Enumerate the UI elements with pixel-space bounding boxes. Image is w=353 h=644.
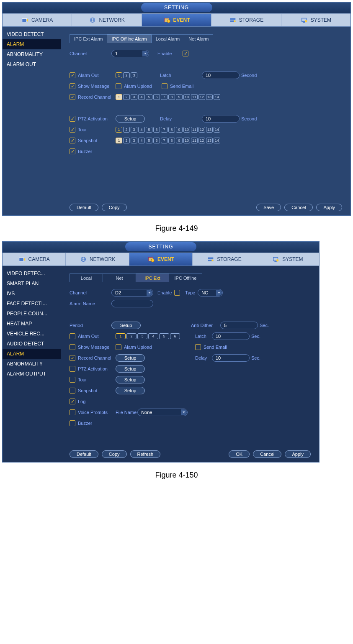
buzzer-checkbox[interactable] (70, 420, 75, 426)
channel-7[interactable]: 7 (161, 138, 167, 143)
sidebar-item-people-count[interactable]: PEOPLE COUN... (3, 309, 61, 319)
sidebar-item-alarm-output[interactable]: ALARM OUTPUT (3, 369, 61, 379)
tab-camera[interactable]: CAMERA (3, 253, 66, 266)
subtab-local[interactable]: Local (70, 273, 103, 282)
alarm-out-ch-1[interactable]: 1 (116, 333, 126, 339)
alarm-out-ch-2[interactable]: 2 (123, 72, 130, 78)
channel-14[interactable]: 14 (214, 94, 220, 100)
channel-8[interactable]: 8 (168, 138, 175, 143)
tab-network[interactable]: NETWORK (72, 14, 142, 26)
channel-2[interactable]: 2 (123, 94, 130, 100)
sidebar-item-face-detect[interactable]: FACE DETECTI... (3, 299, 61, 309)
channel-11[interactable]: 11 (191, 127, 198, 133)
alarm-out-ch-2[interactable]: 2 (126, 333, 137, 339)
sidebar-item-audio-detect[interactable]: AUDIO DETECT (3, 339, 61, 349)
channel-dropdown[interactable]: D2 (111, 289, 153, 296)
channel-8[interactable]: 8 (168, 94, 175, 100)
tab-camera[interactable]: CAMERA (3, 14, 72, 26)
channel-2[interactable]: 2 (123, 138, 130, 143)
sidebar-item-heat-map[interactable]: HEAT MAP (3, 319, 61, 329)
sidebar-item-alarm-out[interactable]: ALARM OUT (3, 59, 61, 69)
tour-checkbox[interactable] (70, 377, 75, 383)
subtab-ipc-ext-alarm[interactable]: IPC Ext Alarm (70, 34, 107, 43)
default-button[interactable]: Default (70, 204, 98, 211)
delay-field[interactable]: 10 (202, 115, 240, 123)
channel-dropdown[interactable]: 1 (111, 50, 149, 57)
channel-10[interactable]: 10 (183, 127, 190, 133)
tab-event[interactable]: EVENT (129, 253, 193, 266)
channel-7[interactable]: 7 (161, 94, 167, 100)
sidebar-item-video-detect[interactable]: VIDEO DETEC... (3, 268, 61, 279)
record-channel-checkbox[interactable] (70, 355, 75, 361)
tab-system[interactable]: SYSTEM (256, 253, 319, 266)
alarm-out-ch-4[interactable]: 4 (148, 333, 158, 339)
channel-7[interactable]: 7 (161, 127, 167, 133)
channel-5[interactable]: 5 (146, 138, 152, 143)
sidebar-item-abnormality[interactable]: ABNORMALITY (3, 359, 61, 369)
file-name-dropdown[interactable]: None (137, 409, 188, 416)
type-dropdown[interactable]: NC (198, 289, 223, 296)
cancel-button[interactable]: Cancel (284, 204, 313, 211)
channel-13[interactable]: 13 (206, 127, 213, 133)
channel-3[interactable]: 3 (131, 138, 137, 143)
snapshot-setup-button[interactable]: Setup (116, 387, 145, 394)
tab-storage[interactable]: STORAGE (193, 253, 256, 266)
ptz-checkbox[interactable] (70, 366, 75, 372)
channel-10[interactable]: 10 (183, 94, 190, 100)
ptz-setup-button[interactable]: Setup (116, 115, 145, 123)
snapshot-checkbox[interactable] (70, 138, 75, 143)
channel-9[interactable]: 9 (176, 94, 183, 100)
channel-5[interactable]: 5 (146, 94, 152, 100)
apply-button[interactable]: Apply (316, 204, 342, 211)
channel-6[interactable]: 6 (153, 138, 160, 143)
channel-11[interactable]: 11 (191, 94, 198, 100)
anti-dither-field[interactable]: 5 (220, 322, 258, 329)
subtab-net[interactable]: Net (103, 273, 136, 282)
channel-9[interactable]: 9 (176, 127, 183, 133)
subtab-ipc-offline[interactable]: IPC Offline (169, 273, 202, 282)
delay-field[interactable]: 10 (212, 354, 250, 362)
log-checkbox[interactable] (70, 399, 75, 404)
alarm-out-ch-6[interactable]: 6 (170, 333, 180, 339)
channel-3[interactable]: 3 (131, 127, 137, 133)
alarm-out-checkbox[interactable] (70, 333, 75, 339)
save-button[interactable]: Save (256, 204, 281, 211)
record-setup-button[interactable]: Setup (116, 354, 145, 362)
channel-12[interactable]: 12 (198, 94, 205, 100)
channel-1[interactable]: 1 (116, 94, 122, 100)
tour-setup-button[interactable]: Setup (116, 376, 145, 383)
channel-6[interactable]: 6 (153, 127, 160, 133)
enable-checkbox[interactable] (183, 51, 188, 56)
ptz-checkbox[interactable] (70, 116, 75, 122)
sidebar-item-alarm[interactable]: ALARM (3, 349, 61, 359)
record-channel-checkbox[interactable] (70, 94, 75, 100)
alarm-out-checkbox[interactable] (70, 72, 75, 78)
channel-9[interactable]: 9 (176, 138, 183, 143)
tab-storage[interactable]: STORAGE (211, 14, 281, 26)
sidebar-item-vehicle-rec[interactable]: VEHICLE REC... (3, 329, 61, 339)
copy-button[interactable]: Copy (102, 204, 127, 211)
alarm-out-ch-3[interactable]: 3 (137, 333, 147, 339)
ptz-setup-button[interactable]: Setup (116, 365, 145, 373)
alarm-out-ch-1[interactable]: 1 (116, 72, 122, 78)
channel-14[interactable]: 14 (214, 127, 220, 133)
channel-6[interactable]: 6 (153, 94, 160, 100)
channel-2[interactable]: 2 (123, 127, 130, 133)
snapshot-checkbox[interactable] (70, 388, 75, 394)
channel-4[interactable]: 4 (138, 94, 145, 100)
tab-system[interactable]: SYSTEM (281, 14, 350, 26)
copy-button[interactable]: Copy (102, 450, 127, 458)
channel-12[interactable]: 12 (198, 127, 205, 133)
subtab-local-alarm[interactable]: Local Alarm (151, 34, 184, 43)
channel-5[interactable]: 5 (146, 127, 152, 133)
channel-3[interactable]: 3 (131, 94, 137, 100)
subtab-ipc-ext[interactable]: IPC Ext (136, 273, 169, 282)
sidebar-item-alarm[interactable]: ALARM (3, 39, 61, 49)
send-email-checkbox[interactable] (162, 83, 167, 89)
subtab-ipc-offline-alarm[interactable]: IPC Offline Alarm (107, 34, 151, 43)
show-message-checkbox[interactable] (70, 344, 75, 350)
channel-11[interactable]: 11 (191, 138, 198, 143)
latch-field[interactable]: 10 (202, 72, 240, 79)
show-message-checkbox[interactable] (70, 83, 75, 89)
channel-4[interactable]: 4 (138, 127, 145, 133)
